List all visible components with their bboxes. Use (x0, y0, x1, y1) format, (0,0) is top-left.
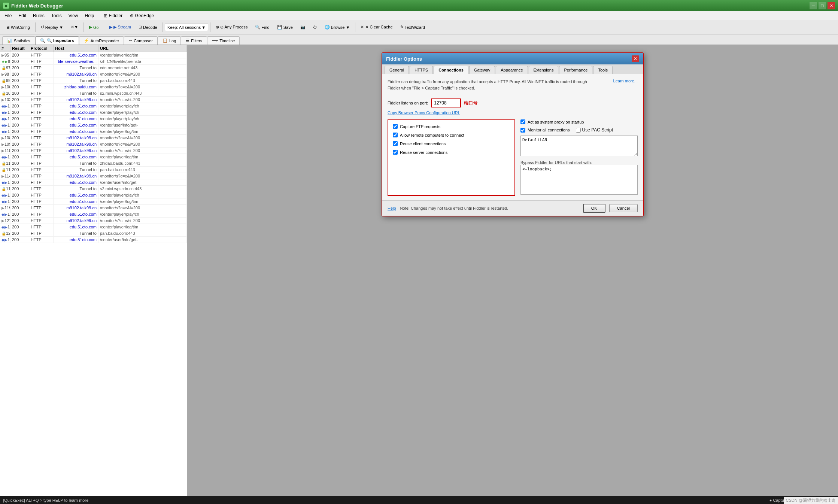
keep-dropdown-arrow: ▼ (201, 25, 206, 30)
cell-id: 🔒97 (0, 65, 10, 71)
keep-dropdown[interactable]: Keep: All sessions ▼ (165, 24, 208, 31)
clear-cache-btn[interactable]: ✕ ✕ Clear Cache (357, 23, 396, 31)
tab-log[interactable]: 📋 Log (158, 36, 181, 45)
table-row[interactable]: ▶114 200 HTTP m9102.talk99.cn /monitor/s… (0, 173, 187, 179)
table-row[interactable]: ◆▶120 200 HTTP edu.51cto.com /center/pla… (0, 211, 187, 218)
cb-reuse-server-input[interactable] (393, 150, 398, 155)
cell-host: edu.51cto.com (54, 192, 98, 198)
menu-view[interactable]: View (66, 12, 81, 19)
menu-edit[interactable]: Edit (15, 12, 29, 19)
cb-reuse-client-input[interactable] (393, 141, 398, 146)
stream-icon: ▶ (109, 25, 112, 30)
table-row[interactable]: ◆▶105 200 HTTP edu.51cto.com /center/pla… (0, 116, 187, 122)
timer-btn[interactable]: ⏱ (310, 24, 321, 31)
table-row[interactable]: ◆▶122 200 HTTP edu.51cto.com /center/pla… (0, 224, 187, 230)
close-btn[interactable]: ✕ (828, 2, 835, 9)
table-row[interactable]: ▶119 200 HTTP m9102.talk99.cn /monitor/s… (0, 205, 187, 211)
default-lan-input[interactable]: DefaultLAN (520, 136, 638, 156)
cb-use-pac-input[interactable] (576, 128, 581, 133)
table-row[interactable]: ▶110 200 HTTP m9102.talk99.cn /monitor/s… (0, 148, 187, 154)
cell-protocol: HTTP (29, 128, 54, 134)
dialog-tab-gateway[interactable]: Gateway (469, 66, 495, 74)
table-row[interactable]: ▶98 200 HTTP m9102.talk99.cn /monitor/s?… (0, 71, 187, 78)
table-row[interactable]: ▶108 200 HTTP m9102.talk99.cn /monitor/s… (0, 135, 187, 141)
stream-btn[interactable]: ▶ ▶ Stream (106, 23, 134, 31)
learn-more-link[interactable]: Learn more... (613, 79, 638, 83)
cb-monitor-all-label: Monitor all connections (528, 128, 570, 132)
cell-id: ▶100 (0, 84, 10, 90)
menu-geoedge[interactable]: ⊕ GeoEdge (127, 12, 157, 19)
winconfig-btn[interactable]: 🖥 WinConfig (2, 24, 33, 31)
table-row[interactable]: 🔒112 200 HTTP Tunnel to zhidao.baidu.com… (0, 160, 187, 167)
copy-proxy-link[interactable]: Copy Browser Proxy Configuration URL (388, 110, 638, 115)
x-btn[interactable]: ✕▼ (67, 23, 82, 31)
decode-btn[interactable]: ⊡ Decode (135, 23, 161, 31)
dialog-tab-connections[interactable]: Connections (434, 66, 468, 74)
table-row[interactable]: ▶95 200 HTTP edu.51cto.com /center/playe… (0, 52, 187, 58)
tab-composer[interactable]: ✏ Composer (124, 36, 158, 45)
dialog-tab-general[interactable]: General (385, 66, 409, 74)
menu-help[interactable]: Help (82, 12, 97, 19)
ok-btn[interactable]: OK (583, 204, 605, 213)
tab-filters[interactable]: ☰ Filters (181, 36, 207, 45)
menu-file[interactable]: File (1, 12, 15, 19)
help-link[interactable]: Help (388, 206, 396, 210)
camera-btn[interactable]: 📷 (297, 23, 309, 31)
tab-timeline[interactable]: ⟶ Timeline (207, 36, 240, 45)
table-row[interactable]: ◆▶117 200 HTTP edu.51cto.com /center/pla… (0, 192, 187, 198)
table-row[interactable]: 🔒97 200 HTTP Tunnel to cdn.onenote.net:4… (0, 65, 187, 71)
dialog-tab-appearance[interactable]: Appearance (496, 66, 528, 74)
cb-monitor-all-input[interactable] (520, 128, 525, 133)
menu-rules[interactable]: Rules (30, 12, 48, 19)
cb-capture-ftp-input[interactable] (393, 124, 398, 129)
table-row[interactable]: ▶109 200 HTTP m9102.talk99.cn /monitor/s… (0, 141, 187, 148)
cb-monitor-all: Monitor all connections (520, 128, 570, 133)
find-btn[interactable]: 🔍 Find (252, 23, 273, 31)
menu-fiddler[interactable]: ⊞ Fiddler (101, 12, 125, 19)
dialog-tab-extensions[interactable]: Extensions (529, 66, 559, 74)
cell-protocol: HTTP (29, 192, 54, 198)
port-input[interactable] (431, 98, 461, 107)
dialog-tab-performance[interactable]: Performance (559, 66, 592, 74)
cell-result: 200 (10, 71, 29, 77)
table-row[interactable]: 🔒116 200 HTTP Tunnel to s2.mini.wpscdn.c… (0, 186, 187, 192)
dialog-tab-tools[interactable]: Tools (593, 66, 613, 74)
table-row[interactable]: ◆▶107 200 HTTP edu.51cto.com /center/pla… (0, 128, 187, 135)
minimize-btn[interactable]: ─ (810, 2, 817, 9)
table-row[interactable]: ◆▶118 200 HTTP edu.51cto.com /center/pla… (0, 198, 187, 205)
table-row[interactable]: ★▶96 200 HTTP tile-service.weather... /z… (0, 58, 187, 65)
table-row[interactable]: ▶121 200 HTTP m9102.talk99.cn /monitor/s… (0, 218, 187, 224)
cb-allow-remote-input[interactable] (393, 133, 398, 137)
table-row[interactable]: ▶100 200 HTTP zhidao.baidu.com /monitor/… (0, 84, 187, 90)
table-row[interactable]: ◆▶111 200 HTTP edu.51cto.com /center/pla… (0, 154, 187, 160)
table-row[interactable]: 🔒101 200 HTTP Tunnel to s2.mini.wpscdn.c… (0, 90, 187, 97)
cancel-btn[interactable]: Cancel (609, 204, 638, 212)
replay-btn[interactable]: ↺ Replay ▼ (37, 23, 67, 31)
tab-inspectors[interactable]: 🔍 🔍 Inspectors (35, 36, 79, 45)
table-row[interactable]: ◆▶124 200 HTTP edu.51cto.com /center/use… (0, 237, 187, 243)
request-list-body[interactable]: ▶95 200 HTTP edu.51cto.com /center/playe… (0, 52, 187, 496)
restore-btn[interactable]: □ (819, 2, 826, 9)
dialog-close-btn[interactable]: ✕ (632, 55, 639, 62)
cell-url: /monitor/s?c=e&i=200 (98, 205, 187, 211)
table-row[interactable]: ◆▶103 200 HTTP edu.51cto.com /center/pla… (0, 103, 187, 109)
table-row[interactable]: ◆▶106 200 HTTP edu.51cto.com /center/use… (0, 122, 187, 128)
text-wizard-btn[interactable]: ✎ TextWizard (397, 23, 428, 31)
table-row[interactable]: 🔒113 200 HTTP Tunnel to pan.baidu.com:44… (0, 167, 187, 173)
table-row[interactable]: ◆▶104 200 HTTP edu.51cto.com /center/pla… (0, 109, 187, 116)
table-row[interactable]: 🔒99 200 HTTP Tunnel to pan.baidu.com:443 (0, 78, 187, 84)
tab-autoresponder[interactable]: ⚡ AutoResponder (79, 36, 124, 45)
cb-act-proxy-input[interactable] (520, 119, 525, 124)
menu-tools[interactable]: Tools (48, 12, 65, 19)
browse-btn[interactable]: 🌐 Browse ▼ (321, 23, 353, 31)
table-row[interactable]: ▶102 200 HTTP m9102.talk99.cn /monitor/s… (0, 97, 187, 103)
save-btn[interactable]: 💾 Save (274, 23, 296, 31)
col-num: # (0, 45, 10, 52)
bypass-input[interactable]: <-loopback>; (520, 165, 638, 195)
table-row[interactable]: ◆▶115 200 HTTP edu.51cto.com /center/use… (0, 179, 187, 186)
tab-statistics[interactable]: 📊 Statistics (2, 36, 35, 45)
table-row[interactable]: 🔒123 200 HTTP Tunnel to pan.baidu.com:44… (0, 230, 187, 237)
go-btn[interactable]: ▶ Go (86, 23, 102, 31)
dialog-tab-https[interactable]: HTTPS (410, 66, 433, 74)
any-process-btn[interactable]: ⊕ ⊕ Any Process (212, 23, 251, 31)
